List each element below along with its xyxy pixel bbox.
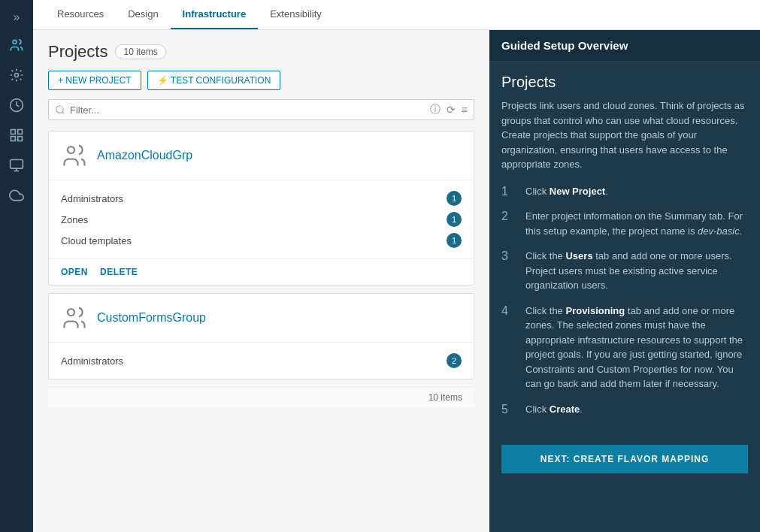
guided-setup-header: Guided Setup Overview <box>489 30 760 62</box>
guided-setup-content: Projects Projects link users and cloud z… <box>489 62 760 439</box>
admin-count-badge-2: 2 <box>447 353 462 368</box>
sidebar-item-resources[interactable] <box>0 122 33 149</box>
delete-project-link[interactable]: DELETE <box>100 267 138 277</box>
detail-row-administrators-2: Administrators 2 <box>61 350 462 371</box>
step-4-number: 4 <box>501 304 516 318</box>
step-1-number: 1 <box>501 184 516 198</box>
sidebar-item-activity[interactable] <box>0 92 33 119</box>
step-4: 4 Click the Provisioning tab and add one… <box>501 304 748 391</box>
step-5-number: 5 <box>501 402 516 416</box>
project-name-2: CustomFormsGroup <box>97 311 206 325</box>
sidebar-item-monitoring[interactable] <box>0 152 33 179</box>
sidebar: » <box>0 0 33 532</box>
project-details-2: Administrators 2 <box>49 342 474 379</box>
footer-count: 10 items <box>48 387 474 407</box>
step-2-number: 2 <box>501 209 516 223</box>
project-card-customformsgroup: CustomFormsGroup Administrators 2 <box>48 293 474 379</box>
step-2-text: Enter project information on the Summary… <box>525 209 748 238</box>
detail-label: Administrators <box>61 193 123 204</box>
top-navigation: Resources Design Infrastructure Extensib… <box>33 0 760 30</box>
step-1-text: Click New Project. <box>525 184 608 199</box>
project-group-icon-2 <box>61 304 88 331</box>
svg-point-1 <box>15 74 19 77</box>
svg-rect-4 <box>18 130 23 135</box>
svg-rect-5 <box>18 137 23 141</box>
sidebar-item-users[interactable] <box>0 32 33 59</box>
tab-design[interactable]: Design <box>116 0 170 29</box>
filter-input[interactable] <box>70 104 430 116</box>
step-1: 1 Click New Project. <box>501 184 748 199</box>
sidebar-item-settings[interactable] <box>0 62 33 89</box>
filter-actions: ⓘ ⟳ ≡ <box>430 103 468 116</box>
guided-setup-title: Projects <box>501 74 748 91</box>
svg-rect-3 <box>11 130 16 135</box>
guided-setup-panel: Guided Setup Overview Projects Projects … <box>489 30 760 532</box>
step-4-text: Click the Provisioning tab and add one o… <box>525 304 748 391</box>
step-3-text: Click the Users tab and add one or more … <box>525 249 748 293</box>
page-title: Projects <box>48 42 107 62</box>
project-card-amazoncloudgrp: AmazonCloudGrp Administrators 1 Zones 1 … <box>48 131 474 286</box>
info-icon[interactable]: ⓘ <box>430 103 441 116</box>
box-icon <box>9 128 24 143</box>
gear-icon <box>9 68 24 83</box>
tab-extensibility[interactable]: Extensibility <box>258 0 334 29</box>
projects-list: AmazonCloudGrp Administrators 1 Zones 1 … <box>48 131 474 407</box>
sidebar-toggle[interactable]: » <box>0 6 33 29</box>
chevron-right-icon: » <box>14 11 20 24</box>
sidebar-item-cloud[interactable] <box>0 182 33 209</box>
detail-row-zones: Zones 1 <box>61 209 462 230</box>
clock-icon <box>9 98 24 113</box>
page-header: Projects 10 items <box>48 42 474 62</box>
svg-rect-7 <box>11 160 23 169</box>
refresh-icon[interactable]: ⟳ <box>447 104 456 116</box>
new-project-button[interactable]: + NEW PROJECT <box>48 71 141 90</box>
svg-rect-6 <box>11 137 16 141</box>
step-5: 5 Click Create. <box>501 402 748 417</box>
content-area: Projects 10 items + NEW PROJECT ⚡ TEST C… <box>33 30 760 532</box>
main-content: Resources Design Infrastructure Extensib… <box>33 0 760 532</box>
step-3-number: 3 <box>501 249 516 263</box>
left-panel: Projects 10 items + NEW PROJECT ⚡ TEST C… <box>33 30 489 532</box>
svg-point-0 <box>13 40 17 44</box>
templates-count-badge: 1 <box>447 233 462 248</box>
zones-count-badge: 1 <box>447 212 462 227</box>
svg-point-11 <box>68 309 74 316</box>
project-card-header-2[interactable]: CustomFormsGroup <box>49 294 474 342</box>
users-icon <box>9 38 24 53</box>
admin-count-badge: 1 <box>447 191 462 206</box>
list-view-icon[interactable]: ≡ <box>462 104 468 116</box>
svg-point-10 <box>68 147 74 153</box>
step-2: 2 Enter project information on the Summa… <box>501 209 748 238</box>
detail-label-2: Administrators <box>61 355 123 367</box>
detail-row-cloud-templates: Cloud templates 1 <box>61 230 462 251</box>
detail-label: Zones <box>61 214 88 225</box>
detail-row-administrators: Administrators 1 <box>61 188 462 209</box>
next-button[interactable]: NEXT: CREATE FLAVOR MAPPING <box>501 445 748 473</box>
open-project-link[interactable]: OPEN <box>61 267 88 277</box>
step-5-text: Click Create. <box>525 402 583 417</box>
svg-point-8 <box>56 106 63 113</box>
step-3: 3 Click the Users tab and add one or mor… <box>501 249 748 293</box>
project-name: AmazonCloudGrp <box>97 149 192 162</box>
filter-bar: ⓘ ⟳ ≡ <box>48 99 474 120</box>
svg-line-9 <box>62 112 65 114</box>
cloud-icon <box>9 188 24 203</box>
detail-label: Cloud templates <box>61 235 132 246</box>
chart-icon <box>9 158 24 173</box>
project-details: Administrators 1 Zones 1 Cloud templates… <box>49 180 474 258</box>
tab-resources[interactable]: Resources <box>45 0 116 29</box>
project-group-icon <box>61 142 88 169</box>
toolbar: + NEW PROJECT ⚡ TEST CONFIGURATION <box>48 71 474 90</box>
tab-infrastructure[interactable]: Infrastructure <box>171 0 259 29</box>
test-configuration-button[interactable]: ⚡ TEST CONFIGURATION <box>147 71 281 90</box>
project-card-header[interactable]: AmazonCloudGrp <box>49 131 474 180</box>
search-icon <box>55 104 65 115</box>
project-actions: OPEN DELETE <box>49 258 474 285</box>
guided-setup-description: Projects link users and cloud zones. Thi… <box>501 98 748 172</box>
items-count-badge: 10 items <box>115 44 165 59</box>
